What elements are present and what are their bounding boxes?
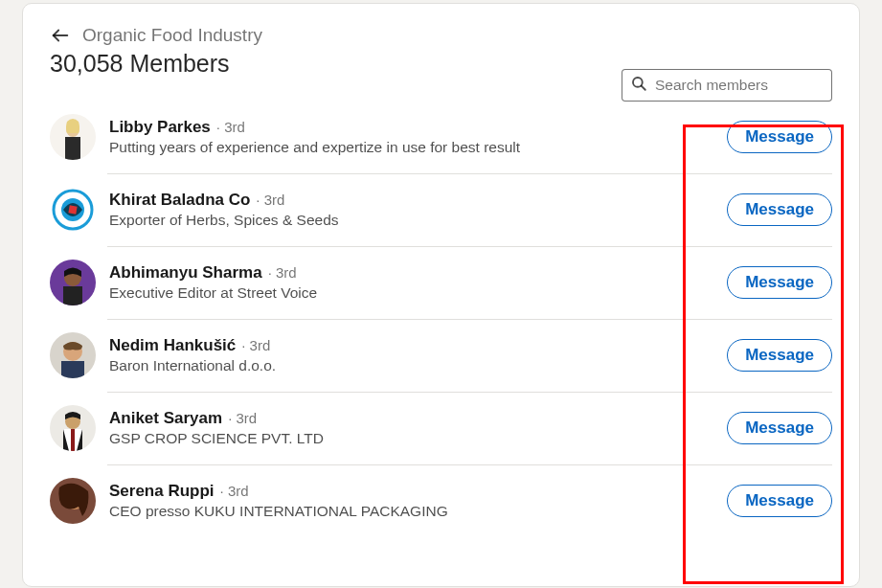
search-field[interactable] — [622, 69, 832, 102]
svg-line-2 — [642, 86, 645, 90]
message-button[interactable]: Message — [727, 339, 832, 372]
breadcrumb: Organic Food Industry — [50, 25, 832, 46]
connection-degree: 3rd — [216, 119, 245, 135]
divider — [107, 246, 832, 247]
list-item: Aniket Saryam 3rd GSP CROP SCIENCE PVT. … — [50, 392, 832, 464]
member-info[interactable]: Serena Ruppi 3rd CEO presso KUKU INTERNA… — [109, 482, 727, 520]
connection-degree: 3rd — [268, 264, 297, 281]
member-name: Abhimanyu Sharma — [109, 263, 262, 283]
back-arrow-icon[interactable] — [50, 25, 71, 46]
member-headline: GSP CROP SCIENCE PVT. LTD — [109, 430, 727, 447]
member-headline: CEO presso KUKU INTERNATIONAL PACKAGING — [109, 503, 727, 520]
avatar[interactable] — [50, 260, 96, 305]
group-name[interactable]: Organic Food Industry — [82, 25, 262, 46]
connection-degree: 3rd — [228, 410, 257, 426]
member-headline: Baron International d.o.o. — [109, 357, 727, 374]
avatar[interactable] — [50, 332, 96, 378]
member-headline: Exporter of Herbs, Spices & Seeds — [109, 212, 727, 229]
avatar[interactable] — [50, 114, 96, 160]
list-item: Nedim Hankušić 3rd Baron International d… — [50, 319, 832, 392]
list-item: Libby Parkes 3rd Putting years of experi… — [50, 101, 832, 173]
avatar[interactable] — [50, 478, 96, 524]
message-button[interactable]: Message — [727, 266, 832, 299]
svg-rect-15 — [61, 361, 84, 378]
member-list: Libby Parkes 3rd Putting years of experi… — [23, 83, 859, 537]
avatar[interactable] — [50, 405, 96, 451]
connection-degree: 3rd — [256, 192, 284, 208]
connection-degree: 3rd — [220, 483, 249, 499]
list-item: Serena Ruppi 3rd CEO presso KUKU INTERNA… — [50, 464, 832, 537]
message-button[interactable]: Message — [727, 412, 832, 444]
svg-rect-5 — [65, 137, 80, 160]
member-info[interactable]: Aniket Saryam 3rd GSP CROP SCIENCE PVT. … — [109, 409, 727, 447]
member-name: Khirat Baladna Co — [109, 191, 250, 210]
divider — [107, 173, 832, 174]
member-info[interactable]: Nedim Hankušić 3rd Baron International d… — [109, 336, 727, 374]
member-name: Libby Parkes — [109, 118, 211, 137]
member-info[interactable]: Abhimanyu Sharma 3rd Executive Editor at… — [109, 263, 727, 302]
connection-degree: 3rd — [241, 337, 270, 353]
member-headline: Putting years of experience and expertiz… — [109, 139, 727, 156]
divider — [107, 392, 832, 393]
member-info[interactable]: Libby Parkes 3rd Putting years of experi… — [109, 118, 727, 156]
member-name: Nedim Hankušić — [109, 336, 236, 355]
message-button[interactable]: Message — [727, 193, 832, 226]
member-info[interactable]: Khirat Baladna Co 3rd Exporter of Herbs,… — [109, 191, 727, 229]
member-headline: Executive Editor at Street Voice — [109, 284, 727, 302]
search-input[interactable] — [653, 76, 824, 95]
list-item: Abhimanyu Sharma 3rd Executive Editor at… — [50, 246, 832, 319]
message-button[interactable]: Message — [727, 121, 832, 153]
svg-rect-19 — [71, 429, 75, 451]
divider — [107, 319, 832, 320]
members-card: Organic Food Industry 30,058 Members Lib… — [22, 3, 860, 587]
message-button[interactable]: Message — [727, 485, 832, 517]
search-icon — [630, 75, 647, 96]
divider — [107, 464, 832, 465]
member-name: Aniket Saryam — [109, 409, 222, 428]
header: Organic Food Industry 30,058 Members — [23, 4, 859, 83]
svg-rect-9 — [68, 205, 77, 214]
member-name: Serena Ruppi — [109, 482, 215, 501]
svg-rect-12 — [63, 286, 82, 305]
list-item: Khirat Baladna Co 3rd Exporter of Herbs,… — [50, 173, 832, 246]
avatar[interactable] — [50, 187, 96, 233]
